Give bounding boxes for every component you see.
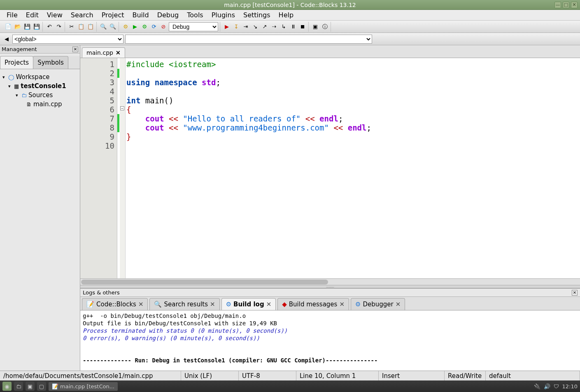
menu-file[interactable]: File — [3, 10, 21, 20]
log-tab-buildlog[interactable]: ⚙Build log✕ — [221, 298, 276, 310]
status-eol: Unix (LF) — [181, 371, 239, 380]
tab-close-icon[interactable]: ✕ — [138, 301, 144, 308]
tab-symbols[interactable]: Symbols — [33, 56, 68, 69]
window-minimize-button[interactable]: — — [554, 2, 561, 8]
nav-back-icon[interactable]: ◀ — [2, 35, 11, 43]
terminal-icon[interactable]: ▣ — [26, 382, 35, 391]
step-out-icon[interactable]: ↗ — [261, 23, 269, 31]
build-target-select[interactable]: Debug — [169, 22, 218, 31]
menu-build[interactable]: Build — [129, 10, 152, 20]
log-tab-codeblocks[interactable]: 📝Code::Blocks✕ — [82, 298, 148, 310]
tab-close-icon[interactable]: ✕ — [210, 301, 215, 308]
start-menu-icon[interactable]: ◉ — [2, 382, 12, 391]
taskbar-app[interactable]: 📝main.cpp [testCon... — [49, 382, 118, 391]
menu-tools[interactable]: Tools — [184, 10, 206, 20]
log-tab-debugger[interactable]: ⚙Debugger✕ — [351, 298, 405, 310]
fold-gutter[interactable]: − — [120, 58, 126, 278]
symbol-select[interactable] — [125, 35, 372, 44]
info-icon[interactable]: ⓘ — [321, 23, 329, 31]
status-encoding: UTF-8 — [239, 371, 296, 380]
break-debug-icon[interactable]: ⏸ — [289, 23, 297, 31]
scope-toolbar: ◀ <global> — [0, 33, 580, 45]
logs-close-button[interactable]: ✕ — [572, 290, 578, 296]
undo-icon[interactable]: ↶ — [45, 23, 54, 31]
tree-sources[interactable]: ▾🗀 Sources — [2, 91, 77, 100]
search-icon: 🔍 — [154, 301, 162, 308]
tab-projects[interactable]: Projects — [0, 56, 33, 69]
logs-panel: Logs & others ✕ 📝Code::Blocks✕ 🔍Search r… — [80, 288, 580, 371]
menu-search[interactable]: Search — [68, 10, 97, 20]
editor-area: main.cpp ✕ 12345678910 − #include <iostr… — [80, 45, 580, 371]
tree-workspace[interactable]: ▾◯ Workspace — [2, 72, 77, 82]
status-insert: Insert — [379, 371, 445, 380]
status-bar: /home/defau/Documents/testConsole1/main.… — [0, 371, 580, 380]
menu-settings[interactable]: Settings — [240, 10, 274, 20]
menu-edit[interactable]: Edit — [23, 10, 42, 20]
management-panel: Management ✕ Projects Symbols ▾◯ Workspa… — [0, 45, 80, 371]
tab-close-icon[interactable]: ✕ — [396, 301, 401, 308]
run-icon[interactable]: ▶ — [131, 23, 139, 31]
network-icon[interactable]: 🔌 — [534, 383, 540, 390]
management-close-button[interactable]: ✕ — [72, 47, 78, 52]
replace-icon[interactable]: 🔍 — [109, 23, 117, 31]
window-close-button[interactable]: ✕ — [571, 2, 578, 8]
save-all-icon[interactable]: 💾 — [33, 23, 41, 31]
menu-view[interactable]: View — [44, 10, 66, 20]
find-icon[interactable]: 🔍 — [99, 23, 107, 31]
menu-plugins[interactable]: Plugins — [208, 10, 238, 20]
tree-file-main[interactable]: 🗎 main.cpp — [2, 100, 77, 109]
run-to-cursor-icon[interactable]: ↧ — [232, 23, 240, 31]
redo-icon[interactable]: ↷ — [55, 23, 63, 31]
editor-hscrollbar[interactable] — [80, 278, 580, 285]
clock[interactable]: 12:10 — [562, 383, 578, 390]
stop-debug-icon[interactable]: ⏹ — [298, 23, 307, 31]
line-number-gutter: 12345678910 — [80, 58, 117, 278]
tab-close-icon[interactable]: ✕ — [266, 301, 272, 308]
fold-marker-icon[interactable]: − — [120, 106, 124, 110]
step-into-instr-icon[interactable]: ↳ — [280, 23, 288, 31]
volume-icon[interactable]: 🔊 — [544, 383, 550, 390]
save-icon[interactable]: 💾 — [23, 23, 31, 31]
open-file-icon[interactable]: 📂 — [14, 23, 22, 31]
code-editor[interactable]: 12345678910 − #include <iostream> using … — [80, 58, 580, 278]
app-icon: 📝 — [52, 383, 58, 390]
notepad-icon: 📝 — [86, 301, 94, 308]
build-log-output[interactable]: g++ -o bin/Debug/testConsole1 obj/Debug/… — [80, 310, 580, 371]
files-icon[interactable]: 🗀 — [14, 382, 23, 391]
paste-icon[interactable]: 📋 — [86, 23, 95, 31]
log-tab-search[interactable]: 🔍Search results✕ — [149, 298, 219, 310]
tree-project[interactable]: ▾▦ testConsole1 — [2, 82, 77, 91]
logs-title: Logs & others — [83, 289, 120, 296]
editor-tab[interactable]: main.cpp ✕ — [82, 47, 125, 58]
build-run-icon[interactable]: ⚙ — [140, 23, 149, 31]
debug-start-icon[interactable]: ▶ — [223, 23, 231, 31]
copy-icon[interactable]: 📋 — [77, 23, 85, 31]
next-instr-icon[interactable]: ⇢ — [270, 23, 278, 31]
log-tab-buildmsg[interactable]: ◆Build messages✕ — [277, 298, 349, 310]
shield-icon[interactable]: 🛡 — [554, 383, 559, 390]
workspace-icon: ◯ — [8, 74, 14, 80]
debug-windows-icon[interactable]: ▣ — [311, 23, 319, 31]
splitter[interactable]: ┄┄┄┄ — [80, 285, 580, 288]
build-icon[interactable]: ⚙ — [121, 23, 130, 31]
window-maximize-button[interactable]: □ — [563, 2, 569, 8]
status-highlight: default — [486, 371, 580, 380]
cut-icon[interactable]: ✂ — [68, 23, 76, 31]
scope-select[interactable]: <global> — [12, 35, 123, 44]
next-line-icon[interactable]: ⇥ — [242, 23, 250, 31]
menu-project[interactable]: Project — [98, 10, 128, 20]
status-caret: Line 10, Column 1 — [296, 371, 379, 380]
toolbar-row: 📄 📂 💾 💾 ↶ ↷ ✂ 📋 📋 🔍 🔍 ⚙ ▶ ⚙ ⟳ ⊘ Debug ▶ … — [0, 21, 580, 33]
new-file-icon[interactable]: 📄 — [4, 23, 12, 31]
editor-tab-close-button[interactable]: ✕ — [116, 49, 121, 56]
folder-icon: 🗀 — [21, 92, 27, 98]
abort-icon[interactable]: ⊘ — [159, 23, 168, 31]
menu-help[interactable]: Help — [275, 10, 297, 20]
tab-close-icon[interactable]: ✕ — [339, 301, 345, 308]
code-text[interactable]: #include <iostream> using namespace std;… — [126, 58, 580, 278]
menu-debug[interactable]: Debug — [154, 10, 182, 20]
show-desktop-icon[interactable]: ▢ — [37, 382, 46, 391]
project-icon: ▦ — [14, 83, 19, 89]
step-into-icon[interactable]: ↘ — [251, 23, 259, 31]
rebuild-icon[interactable]: ⟳ — [150, 23, 158, 31]
